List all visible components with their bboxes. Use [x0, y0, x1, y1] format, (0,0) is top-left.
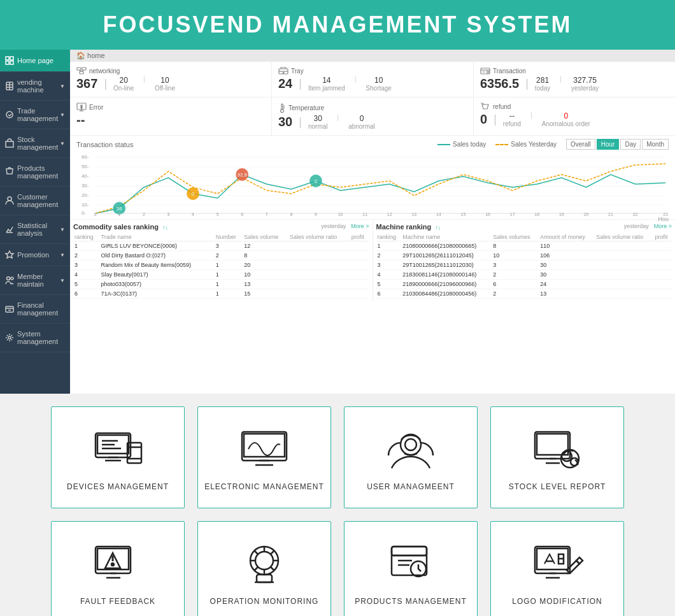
table-row: 4Slay Beauty(0017)110 — [73, 270, 369, 280]
chart-btn-month[interactable]: Month — [642, 139, 669, 150]
sidebar-item-home[interactable]: Home page — [0, 50, 70, 72]
table-row: 329T1001265(26111012030)330 — [376, 261, 672, 270]
cards-row-2: FAULT FEEDBACK OPERATION MONITORING — [51, 521, 624, 616]
card-operation[interactable]: OPERATION MONITORING — [197, 521, 331, 616]
svg-text:12: 12 — [387, 212, 392, 217]
commodity-more-link[interactable]: More > — [351, 223, 369, 231]
card-logo-label: LOGO MODIFICATION — [512, 597, 602, 606]
card-fault[interactable]: FAULT FEEDBACK — [51, 521, 185, 616]
svg-text:50-: 50- — [82, 164, 89, 169]
sidebar-item-vending[interactable]: vending machine ▼ — [0, 72, 70, 101]
chart-svg-container: 60- 50- 40- 30- 20- 10- 0- — [76, 152, 669, 216]
tray-numbers: 24 | 14 Item jammed | 10 Shortage — [278, 76, 467, 92]
sidebar: Home page vending machine ▼ Trade manage… — [0, 50, 70, 394]
svg-text:0-: 0- — [82, 210, 86, 216]
sidebar-label-financial: Financal management — [17, 301, 65, 317]
products-icon — [385, 538, 436, 589]
svg-text:17: 17 — [510, 212, 515, 217]
svg-text:8: 8 — [290, 212, 292, 217]
stats-row: networking 367 | 20 On-line | 10 Off-lin… — [70, 62, 675, 97]
breadcrumb: 🏠 home — [70, 50, 675, 62]
svg-text:0: 0 — [192, 191, 195, 197]
main-layout: Home page vending machine ▼ Trade manage… — [0, 50, 675, 394]
sidebar-item-financial[interactable]: Financal management — [0, 295, 70, 324]
svg-rect-120 — [392, 547, 427, 555]
transaction-section: Transaction 6356.5 | 281 today | 327.75 … — [474, 62, 675, 97]
svg-point-30 — [487, 71, 489, 73]
card-logo[interactable]: LOGO MODIFICATION — [490, 521, 624, 616]
sidebar-item-stock[interactable]: Stock management ▼ — [0, 129, 70, 158]
machine-data-table: ranking Machine name Sales volumes Amoun… — [376, 233, 672, 299]
chart-btn-day[interactable]: Day — [620, 139, 641, 150]
svg-text:18: 18 — [534, 212, 539, 217]
refund-section: refund 0 | -- refund | 0 Anomalous order — [474, 97, 675, 135]
commodity-table-header: Commodity sales ranking ↑↓ yesterday Mor… — [73, 223, 369, 231]
app-title: FOCUSVEND MANAGEMENT SYSTEM — [0, 11, 675, 38]
breadcrumb-text: home — [87, 52, 105, 59]
operation-icon — [239, 538, 290, 589]
svg-text:14: 14 — [436, 212, 441, 217]
chart-btn-overall[interactable]: Overall — [566, 139, 595, 150]
machine-more-link[interactable]: More > — [654, 223, 672, 231]
svg-text:22: 22 — [633, 212, 638, 217]
svg-rect-2 — [6, 61, 9, 64]
svg-point-114 — [111, 563, 114, 566]
svg-rect-15 — [6, 306, 13, 312]
svg-point-18 — [8, 336, 11, 339]
card-stock-level[interactable]: STOCK LEVEL REPORT — [490, 406, 624, 508]
card-devices-label: DEVICES MANAGEMENT — [67, 482, 169, 491]
sidebar-item-promotion[interactable]: Promotion ▼ — [0, 244, 70, 266]
svg-text:3: 3 — [167, 212, 170, 217]
svg-text:7: 7 — [266, 212, 268, 217]
table-row: 521890000666(21096000966)624 — [376, 280, 672, 289]
sidebar-item-statistical[interactable]: Statistical analysis ▼ — [0, 215, 70, 244]
chevron-down-icon: ▼ — [60, 141, 65, 147]
sidebar-item-customer[interactable]: Customer management — [0, 187, 70, 215]
cards-section: DEVICES MANAGEMENT ELECTRONIC MANAGEMENT — [0, 394, 675, 616]
svg-text:36: 36 — [117, 206, 122, 211]
transaction-title: Transaction — [480, 67, 669, 75]
chevron-down-icon: ▼ — [60, 112, 65, 118]
svg-rect-19 — [77, 68, 81, 70]
card-products[interactable]: PRODUCTS MANAGEMENT — [344, 521, 478, 616]
chart-btn-hour[interactable]: Hour — [597, 139, 620, 150]
svg-text:20: 20 — [584, 212, 589, 217]
svg-text:4: 4 — [192, 212, 194, 217]
commodity-table-section: Commodity sales ranking ↑↓ yesterday Mor… — [70, 220, 373, 302]
dashboard: 🏠 home networking 367 | — [70, 50, 675, 394]
card-user-label: USER MANAGMEENT — [367, 482, 455, 491]
svg-text:32.8: 32.8 — [238, 172, 248, 178]
sidebar-label-home: Home page — [17, 57, 53, 64]
svg-rect-117 — [257, 575, 272, 582]
networking-numbers: 367 | 20 On-line | 10 Off-line — [76, 76, 265, 92]
svg-text:15: 15 — [461, 212, 466, 217]
chart-legend: Sales today Sales Yesterday — [437, 141, 557, 148]
networking-sub: 20 On-line | 10 Off-line — [113, 76, 175, 92]
error-section: Error -- — [70, 97, 272, 135]
card-user[interactable]: USER MANAGMEENT — [344, 406, 478, 508]
sidebar-item-trade[interactable]: Trade management ▼ — [0, 101, 70, 129]
table-row: 121080000666(21080000665)8110 — [376, 241, 672, 251]
svg-text:60-: 60- — [82, 154, 89, 160]
svg-text:1: 1 — [118, 212, 120, 217]
sidebar-item-member[interactable]: Member maintain ▼ — [0, 266, 70, 295]
card-devices[interactable]: DEVICES MANAGEMENT — [51, 406, 185, 508]
svg-text:0: 0 — [315, 178, 318, 184]
error-row: Error -- Temperature 30 | — [70, 97, 675, 136]
table-row: 421830081146(21080000146)230 — [376, 270, 672, 280]
svg-rect-21 — [80, 71, 83, 74]
sidebar-item-system[interactable]: System management — [0, 324, 70, 352]
svg-rect-36 — [281, 104, 283, 110]
card-electronic[interactable]: ELECTRONIC MANAGEMENT — [197, 406, 331, 508]
temperature-section: Temperature 30 | 30 normal | 0 abnormal — [272, 97, 474, 135]
svg-point-116 — [255, 552, 273, 569]
devices-icon — [92, 424, 143, 475]
fault-icon — [92, 538, 143, 589]
sidebar-label-member: Member maintain — [17, 273, 60, 288]
card-operation-label: OPERATION MONITORING — [210, 597, 319, 606]
svg-point-10 — [8, 197, 11, 201]
card-fault-label: FAULT FEEDBACK — [80, 597, 155, 606]
transaction-sub: 281 today | 327.75 yesterday — [535, 76, 599, 92]
svg-rect-20 — [82, 68, 86, 70]
sidebar-item-products[interactable]: Products management — [0, 158, 70, 187]
